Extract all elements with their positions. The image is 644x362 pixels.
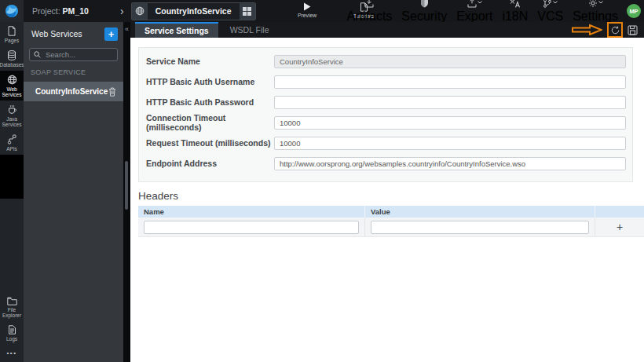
soap-service-section-label: SOAP SERVICE <box>24 61 123 82</box>
form-row: HTTP Basic Auth Password <box>139 92 632 112</box>
web-services-panel: Web Services + SOAP SERVICE CountryInfoS… <box>24 22 123 362</box>
reload-icon <box>611 26 620 35</box>
tab-service-settings[interactable]: Service Settings <box>135 22 218 38</box>
service-name-input[interactable] <box>274 55 626 68</box>
column-header-name: Name <box>138 206 365 218</box>
project-label: Project: <box>32 6 60 16</box>
add-header-row-button[interactable]: + <box>595 218 644 236</box>
sidebar-item-label: Logs <box>6 336 17 342</box>
pages-icon <box>7 26 16 36</box>
topbar-actions: Artifacts Security Export i18N VCS <box>342 0 641 22</box>
editor-tab-bar: Service Settings WSDL File <box>130 22 644 38</box>
databases-icon <box>7 50 16 60</box>
security-button[interactable]: Security <box>397 0 452 24</box>
sidebar-item-web-services[interactable]: Web Services <box>0 71 24 101</box>
service-name-label: CountryInfoService <box>35 87 108 96</box>
service-tab[interactable]: CountryInfoService <box>131 2 256 20</box>
headers-table-header: Name Value <box>138 206 644 218</box>
sidebar-item-apis[interactable]: APIs <box>0 130 24 155</box>
form-row: Connection Timeout (milliseconds) <box>139 112 632 133</box>
sidebar-item-label: Databases <box>0 62 24 68</box>
sidebar-item-logs[interactable]: Logs <box>0 321 24 345</box>
add-service-button[interactable]: + <box>104 27 118 41</box>
sidebar-item-java-services[interactable]: Java Services <box>0 101 24 130</box>
request-timeout-input[interactable] <box>274 137 626 150</box>
panel-title: Web Services <box>31 29 82 38</box>
wavemaker-logo-icon <box>5 4 19 18</box>
service-search[interactable] <box>29 48 118 61</box>
delete-service-button[interactable] <box>108 87 116 97</box>
service-list-item[interactable]: CountryInfoService <box>24 82 123 101</box>
column-header-action <box>595 206 644 218</box>
column-header-value: Value <box>365 206 595 218</box>
form-row: Service Name <box>139 51 632 71</box>
http-basic-auth-password-input[interactable] <box>274 96 626 109</box>
connection-timeout-input[interactable] <box>274 116 626 130</box>
user-avatar[interactable]: MP <box>627 4 641 18</box>
save-icon[interactable] <box>628 25 638 35</box>
sidebar-item-databases[interactable]: Databases <box>0 46 24 71</box>
vcs-icon <box>543 0 552 8</box>
search-icon <box>34 51 41 58</box>
sidebar-item-label: Pages <box>5 38 19 43</box>
globe-icon <box>132 3 148 20</box>
grid-icon[interactable] <box>240 3 255 20</box>
chevron-down-icon <box>478 1 482 4</box>
service-settings-form: Service Name HTTP Basic Auth Username HT… <box>138 47 633 182</box>
settings-button[interactable]: Settings <box>568 0 623 24</box>
form-row: Endpoint Address <box>139 153 632 174</box>
preview-button[interactable]: Preview <box>291 2 324 18</box>
java-services-icon <box>7 104 17 115</box>
tab-wsdl-file[interactable]: WSDL File <box>218 22 281 38</box>
form-row: Request Timeout (milliseconds) <box>139 133 632 153</box>
app-logo[interactable] <box>0 0 24 22</box>
apis-icon <box>7 134 16 144</box>
scrollbar-thumb[interactable] <box>125 161 128 210</box>
service-tab-label: CountryInfoService <box>148 6 240 16</box>
form-row: HTTP Basic Auth Username <box>139 71 632 92</box>
sidebar-item-label: Java Services <box>0 116 24 127</box>
chevron-down-icon <box>553 1 558 4</box>
trash-icon <box>108 87 116 97</box>
web-services-icon <box>7 75 17 85</box>
file-explorer-icon <box>7 297 17 305</box>
security-icon <box>420 0 429 8</box>
gear-icon <box>588 0 598 8</box>
sidebar-bottom-group: File Explorer Logs ••• <box>0 293 24 362</box>
reload-service-button[interactable] <box>607 22 623 38</box>
icon-sidebar: Pages Databases Web Services Java Servic… <box>0 22 24 362</box>
artifacts-icon <box>364 0 374 8</box>
project-breadcrumb: Project:PM_10 <box>32 6 120 16</box>
collapse-panel-button[interactable]: « <box>123 22 130 36</box>
play-icon <box>303 2 311 11</box>
vcs-button[interactable]: VCS <box>532 0 568 24</box>
artifacts-button[interactable]: Artifacts <box>342 0 397 24</box>
sidebar-spacer <box>0 155 24 199</box>
header-name-input[interactable] <box>144 221 359 234</box>
panel-scrollbar-strip: « <box>123 22 130 362</box>
sidebar-item-label: APIs <box>6 146 17 152</box>
http-basic-auth-username-input[interactable] <box>274 75 626 89</box>
i18n-button[interactable]: i18N <box>497 0 532 24</box>
headers-table-row: + <box>138 218 644 237</box>
i18n-icon <box>510 0 520 8</box>
more-options-button[interactable]: ••• <box>0 345 24 362</box>
search-input[interactable] <box>44 49 113 60</box>
field-label: Request Timeout (milliseconds) <box>139 138 274 148</box>
field-label: Connection Timeout (milliseconds) <box>139 113 274 132</box>
sidebar-item-pages[interactable]: Pages <box>0 22 24 46</box>
export-button[interactable]: Export <box>452 0 497 24</box>
headers-table: Name Value + <box>138 206 644 237</box>
sidebar-item-label: Web Services <box>0 86 24 97</box>
top-bar: Project:PM_10 › CountryInfoService Previ… <box>0 0 644 22</box>
sidebar-item-file-explorer[interactable]: File Explorer <box>0 293 24 321</box>
breadcrumb-chevron-icon: › <box>120 0 124 22</box>
header-value-input[interactable] <box>371 221 589 234</box>
annotation-arrow <box>572 24 602 35</box>
preview-label: Preview <box>298 13 317 18</box>
field-label: Service Name <box>139 57 274 66</box>
endpoint-address-input[interactable] <box>274 157 626 170</box>
project-name: PM_10 <box>63 6 89 16</box>
chevron-down-icon <box>598 1 603 4</box>
service-settings-content: Service Name HTTP Basic Auth Username HT… <box>130 47 644 362</box>
